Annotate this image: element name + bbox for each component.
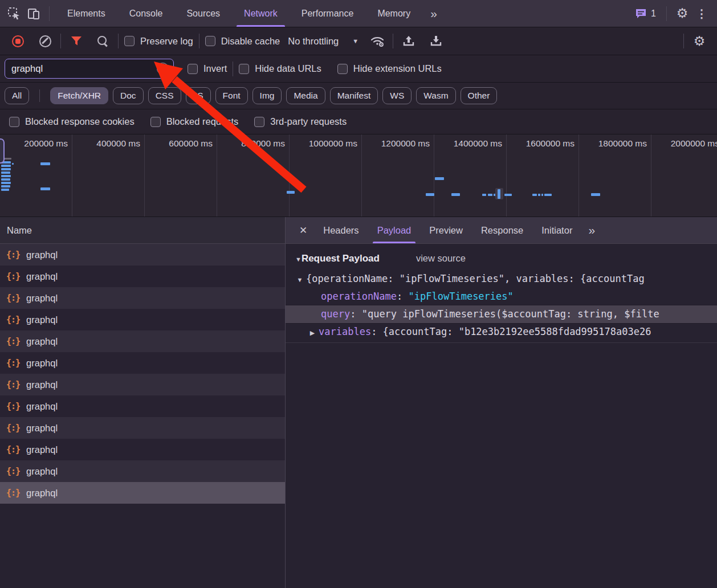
filter-toggle-button[interactable] — [67, 31, 86, 51]
waterfall-bar — [1, 175, 11, 177]
tab-elements[interactable]: Elements — [55, 0, 117, 27]
table-row[interactable]: {:}graphql — [0, 309, 285, 330]
preserve-log-checkbox[interactable] — [124, 36, 135, 46]
blocked-response-cookies-checkbox[interactable] — [9, 117, 19, 127]
payload-row-variables[interactable]: ▶variables: {accountTag: "b12e3b2192ee55… — [286, 323, 717, 341]
toolbar-separator-3 — [199, 34, 199, 48]
table-row[interactable]: {:}graphql — [0, 266, 285, 287]
invert-checkbox[interactable] — [188, 64, 198, 74]
disable-cache-label: Disable cache — [221, 36, 280, 47]
payload-key: query — [321, 308, 350, 320]
search-network-button[interactable] — [93, 31, 112, 51]
payload-tree: ▼{operationName: "ipFlowTimeseries", var… — [286, 270, 717, 341]
filter-chip-other[interactable]: Other — [461, 87, 498, 104]
payload-row-operationName[interactable]: operationName: "ipFlowTimeseries" — [286, 288, 717, 305]
detail-tab-payload[interactable]: Payload — [368, 217, 421, 243]
record-network-log-button[interactable] — [8, 31, 27, 51]
request-name: graphql — [26, 488, 58, 499]
detail-tab-preview[interactable]: Preview — [420, 217, 472, 243]
device-toolbar-button[interactable] — [24, 4, 43, 23]
json-braces-icon: {:} — [6, 250, 20, 260]
disable-cache-option: Disable cache — [205, 36, 280, 47]
clear-network-log-button[interactable] — [35, 31, 55, 51]
name-column-header[interactable]: Name — [0, 217, 285, 244]
filter-chip-all[interactable]: All — [5, 87, 29, 104]
json-braces-icon: {:} — [6, 315, 20, 325]
hide-extension-urls-option: Hide extension URLs — [337, 63, 442, 74]
toolbar-separator-2 — [118, 34, 119, 48]
3rd-party-requests-checkbox[interactable] — [254, 117, 264, 127]
filter-chip-fetchxhr[interactable]: Fetch/XHR — [50, 87, 108, 104]
view-source-link[interactable]: view source — [416, 253, 466, 264]
filter-chip-css[interactable]: CSS — [148, 87, 181, 104]
table-row[interactable]: {:}graphql — [0, 287, 285, 309]
tab-console[interactable]: Console — [117, 0, 175, 27]
clear-filter-button[interactable]: ✕ — [157, 63, 169, 75]
request-name: graphql — [26, 315, 58, 325]
filter-chip-media[interactable]: Media — [286, 87, 325, 104]
waterfall-bar — [1, 178, 10, 181]
tab-sources[interactable]: Sources — [174, 0, 232, 27]
filter-chip-img[interactable]: Img — [252, 87, 282, 104]
waterfall-bar — [1, 165, 11, 167]
filter-chip-manifest[interactable]: Manifest — [330, 87, 378, 104]
table-row[interactable]: {:}graphql — [0, 460, 285, 482]
table-row[interactable]: {:}graphql — [0, 330, 285, 352]
more-detail-tabs-button[interactable]: » — [581, 223, 601, 237]
table-row[interactable]: {:}graphql — [0, 374, 285, 395]
request-payload-title: Request Payload — [302, 253, 380, 264]
filter-chip-js[interactable]: JS — [186, 87, 211, 104]
network-conditions-button[interactable] — [368, 31, 387, 51]
filter-chip-ws[interactable]: WS — [382, 87, 412, 104]
waterfall-bar — [1, 172, 10, 174]
tab-memory[interactable]: Memory — [365, 0, 422, 27]
table-row[interactable]: {:}graphql — [0, 482, 285, 504]
waterfall-bar — [498, 189, 500, 199]
tab-network[interactable]: Network — [232, 0, 290, 27]
hide-data-urls-checkbox[interactable] — [239, 64, 249, 74]
detail-tab-headers[interactable]: Headers — [314, 217, 368, 243]
tab-performance[interactable]: Performance — [290, 0, 366, 27]
blocked-requests-checkbox[interactable] — [150, 117, 161, 127]
table-row[interactable]: {:}graphql — [0, 439, 285, 460]
filter-input[interactable] — [11, 63, 157, 74]
table-row[interactable]: {:}graphql — [0, 395, 285, 417]
waterfall-bar — [504, 194, 512, 196]
request-details-pane: ✕ HeadersPayloadPreviewResponseInitiator… — [286, 217, 717, 588]
disable-cache-checkbox[interactable] — [205, 36, 215, 46]
payload-summary-row[interactable]: ▼{operationName: "ipFlowTimeseries", var… — [286, 270, 717, 288]
table-row[interactable]: {:}graphql — [0, 352, 285, 374]
table-row[interactable]: {:}graphql — [0, 417, 285, 439]
throttling-dropdown[interactable]: No throttling ▼ — [288, 36, 358, 47]
devtools-window: Elements Console Sources Network Perform… — [0, 0, 717, 588]
triangle-down-icon: ▼ — [295, 256, 302, 263]
hide-extension-urls-label: Hide extension URLs — [353, 63, 442, 74]
network-main-area: Name {:}graphql{:}graphql{:}graphql{:}gr… — [0, 217, 717, 588]
filter-chip-wasm[interactable]: Wasm — [416, 87, 455, 104]
export-har-button[interactable] — [426, 31, 446, 51]
device-toolbar-icon — [27, 7, 40, 21]
json-braces-icon: {:} — [6, 444, 20, 455]
network-overview-timeline[interactable]: 200000 ms400000 ms600000 ms800000 ms1000… — [0, 134, 717, 217]
import-har-button[interactable] — [399, 31, 418, 51]
request-payload-section[interactable]: ▼ Request Payload view source — [286, 244, 717, 270]
payload-value: "query ipFlowTimeseries($accountTag: str… — [362, 308, 659, 320]
timeline-tick-label: 1600000 ms — [507, 134, 579, 217]
payload-row-query[interactable]: query: "query ipFlowTimeseries($accountT… — [286, 305, 717, 323]
close-details-button[interactable]: ✕ — [292, 224, 314, 236]
request-name: graphql — [26, 379, 58, 390]
more-tabs-button[interactable]: » — [422, 7, 444, 21]
customize-menu-button[interactable]: ⋮ — [692, 4, 711, 23]
hide-extension-urls-checkbox[interactable] — [337, 64, 348, 74]
gear-icon: ⚙ — [694, 35, 706, 48]
issues-counter[interactable]: 1 — [630, 8, 661, 19]
settings-button[interactable]: ⚙ — [673, 4, 692, 23]
filter-chip-font[interactable]: Font — [215, 87, 248, 104]
filter-chip-doc[interactable]: Doc — [113, 87, 144, 104]
inspect-element-button[interactable] — [5, 4, 24, 23]
detail-tab-response[interactable]: Response — [472, 217, 532, 243]
table-row[interactable]: {:}graphql — [0, 244, 285, 266]
payload-separator — [286, 342, 717, 343]
network-settings-button[interactable]: ⚙ — [690, 31, 709, 51]
detail-tab-initiator[interactable]: Initiator — [532, 217, 581, 243]
